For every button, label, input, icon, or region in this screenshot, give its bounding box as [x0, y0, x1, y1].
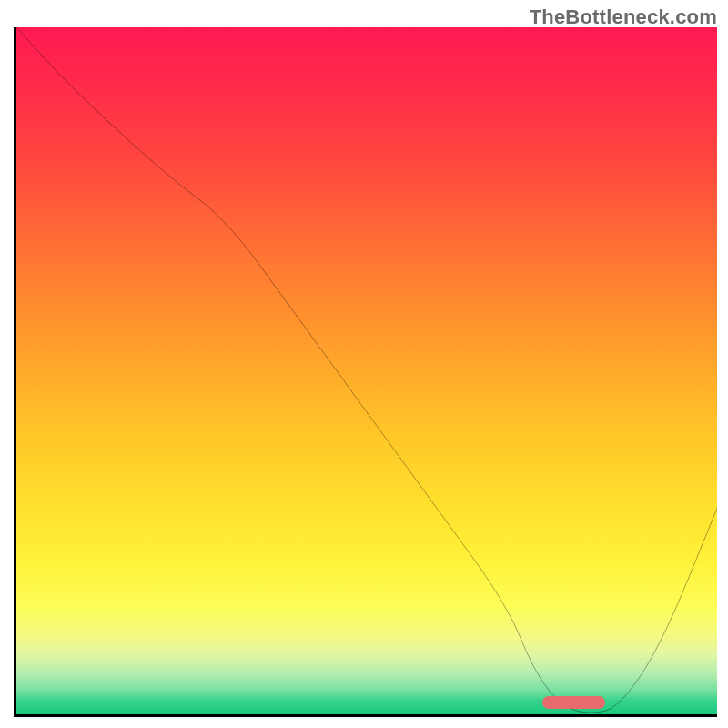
optimal-marker [542, 696, 605, 709]
chart-container: TheBottleneck.com [0, 0, 728, 728]
watermark-text: TheBottleneck.com [530, 5, 717, 29]
bottleneck-curve [16, 27, 717, 713]
plot-area [14, 27, 717, 717]
curve-svg [16, 27, 717, 714]
